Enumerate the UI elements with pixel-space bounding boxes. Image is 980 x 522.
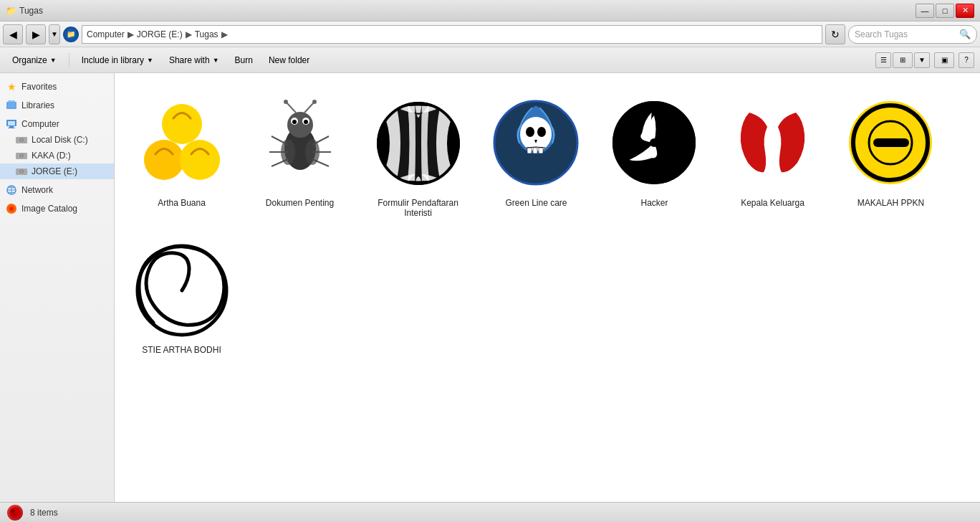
window-icon: 📁 xyxy=(6,6,16,16)
forward-button[interactable]: ▶ xyxy=(26,24,46,44)
kepala-keluarga-icon xyxy=(726,91,820,195)
svg-point-8 xyxy=(21,139,22,141)
svg-rect-51 xyxy=(539,148,543,153)
file-grid: Artha Buana xyxy=(126,85,969,361)
svg-line-31 xyxy=(304,102,314,113)
svg-rect-5 xyxy=(8,128,15,128)
view-dropdown-button[interactable]: ▼ xyxy=(914,52,930,68)
address-path[interactable]: Computer ▶ JORGE (E:) ▶ Tugas ▶ xyxy=(82,25,822,44)
help-button[interactable]: ? xyxy=(959,52,974,68)
search-box[interactable]: Search Tugas 🔍 xyxy=(848,25,977,44)
artha-buana-label: Artha Buana xyxy=(158,198,206,208)
sidebar-favorites-section: ★ Favorites xyxy=(0,79,114,95)
svg-point-20 xyxy=(10,207,13,210)
file-item-stie-artha-bodhi[interactable]: STIE ARTHA BODHI xyxy=(126,232,237,361)
svg-line-30 xyxy=(286,102,296,113)
sidebar-item-favorites[interactable]: ★ Favorites xyxy=(0,79,114,95)
titlebar-controls: — □ ✕ xyxy=(916,4,974,18)
file-item-artha-buana[interactable]: Artha Buana xyxy=(126,85,237,224)
close-button[interactable]: ✕ xyxy=(956,4,974,18)
share-with-button[interactable]: Share with ▼ xyxy=(163,51,226,70)
svg-point-22 xyxy=(144,140,184,180)
dokumen-penting-label: Dokumen Penting xyxy=(266,198,334,208)
svg-point-40 xyxy=(281,139,295,165)
file-area: Artha Buana xyxy=(115,73,980,502)
star-icon: ★ xyxy=(6,81,17,92)
kepala-keluarga-label: Kepala Keluarga xyxy=(741,198,804,208)
sidebar: ★ Favorites Libraries xyxy=(0,73,115,502)
formulir-label: Formulir Pendaftaran Interisti xyxy=(369,198,467,218)
stie-artha-bodhi-label: STIE ARTHA BODHI xyxy=(142,345,221,355)
maximize-button[interactable]: □ xyxy=(936,4,954,18)
file-item-dokumen-penting[interactable]: Dokumen Penting xyxy=(244,85,355,224)
sidebar-item-jorge-e[interactable]: JORGE (E:) xyxy=(0,163,114,179)
svg-rect-49 xyxy=(527,148,532,153)
view-list-button[interactable]: ☰ xyxy=(875,52,891,68)
hacker-icon xyxy=(608,91,701,195)
folder-nav-icon: 📁 xyxy=(63,27,79,42)
preview-pane-button[interactable]: ▣ xyxy=(934,52,954,68)
svg-point-21 xyxy=(162,104,202,144)
svg-point-46 xyxy=(520,117,552,151)
file-item-kepala-keluarga[interactable]: Kepala Keluarga xyxy=(717,85,828,224)
sidebar-libraries-section: Libraries xyxy=(0,98,114,113)
svg-point-29 xyxy=(304,120,308,124)
titlebar-title: 📁 Tugas xyxy=(6,6,43,16)
crumb-jorge[interactable]: JORGE (E:) xyxy=(137,29,183,39)
view-details-button[interactable]: ⊞ xyxy=(893,52,913,68)
share-chevron-icon: ▼ xyxy=(213,57,219,64)
hacker-label: Hacker xyxy=(640,198,668,208)
file-item-formulir[interactable]: Formulir Pendaftaran Interisti xyxy=(362,85,474,224)
crumb-tugas[interactable]: Tugas xyxy=(195,29,218,39)
svg-rect-1 xyxy=(8,100,15,108)
sidebar-network-section: Network xyxy=(0,182,114,198)
sidebar-item-computer[interactable]: Computer xyxy=(0,116,114,132)
toolbar-separator xyxy=(69,53,69,67)
file-item-makalah-ppkn[interactable]: MAKALAH PPKN xyxy=(835,85,946,224)
search-placeholder: Search Tugas xyxy=(855,29,959,39)
makalah-ppkn-label: MAKALAH PPKN xyxy=(858,198,924,208)
status-logo-icon xyxy=(7,505,23,521)
svg-rect-4 xyxy=(9,126,14,128)
file-item-hacker[interactable]: Hacker xyxy=(599,85,710,224)
svg-rect-50 xyxy=(533,148,537,153)
image-catalog-icon xyxy=(6,203,17,214)
sidebar-item-image-catalog[interactable]: Image Catalog xyxy=(0,201,114,217)
search-icon: 🔍 xyxy=(959,29,971,39)
svg-point-61 xyxy=(11,509,15,513)
include-library-chevron-icon: ▼ xyxy=(147,57,153,64)
organize-button[interactable]: Organize ▼ xyxy=(6,51,63,70)
main-area: ★ Favorites Libraries xyxy=(0,73,980,502)
crumb-computer[interactable]: Computer xyxy=(87,29,125,39)
new-folder-button[interactable]: New folder xyxy=(262,51,316,70)
dropdown-button[interactable]: ▼ xyxy=(49,24,60,44)
green-line-label: Green Line care xyxy=(505,198,567,208)
include-library-button[interactable]: Include in library ▼ xyxy=(75,51,160,70)
svg-point-11 xyxy=(21,155,22,156)
network-icon xyxy=(6,184,17,196)
stie-artha-bodhi-icon xyxy=(135,238,229,342)
svg-point-41 xyxy=(305,139,320,165)
green-line-icon xyxy=(490,91,583,195)
svg-point-32 xyxy=(284,100,288,104)
refresh-button[interactable]: ↻ xyxy=(825,24,845,44)
svg-point-33 xyxy=(312,100,317,104)
svg-point-47 xyxy=(526,127,534,137)
sidebar-item-libraries[interactable]: Libraries xyxy=(0,98,114,113)
minimize-button[interactable]: — xyxy=(916,4,934,18)
formulir-icon xyxy=(372,91,465,195)
makalah-ppkn-icon xyxy=(845,91,938,195)
sidebar-item-local-disk-c[interactable]: Local Disk (C:) xyxy=(0,132,114,148)
libraries-icon xyxy=(6,100,17,111)
svg-point-23 xyxy=(180,140,220,180)
view-controls: ☰ ⊞ ▼ ▣ ? xyxy=(875,52,974,68)
sidebar-item-network[interactable]: Network xyxy=(0,182,114,198)
sidebar-image-catalog-section: Image Catalog xyxy=(0,201,114,217)
sidebar-item-kaka-d[interactable]: KAKA (D:) xyxy=(0,148,114,163)
burn-button[interactable]: Burn xyxy=(229,51,259,70)
file-item-green-line[interactable]: Green Line care xyxy=(481,85,592,224)
computer-icon xyxy=(6,118,17,130)
organize-chevron-icon: ▼ xyxy=(50,57,57,64)
artha-buana-icon xyxy=(135,91,229,195)
back-button[interactable]: ◀ xyxy=(3,24,23,44)
